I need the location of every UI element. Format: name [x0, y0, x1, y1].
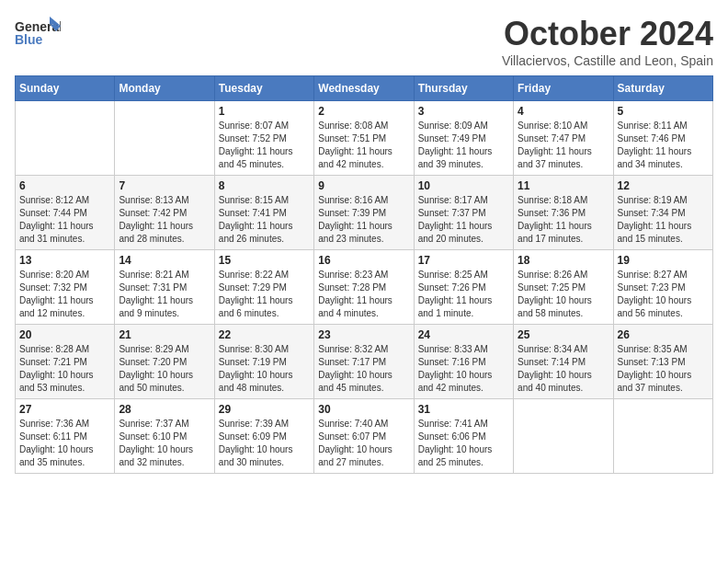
calendar-cell: 21Sunrise: 8:29 AM Sunset: 7:20 PM Dayli… — [115, 325, 214, 399]
day-detail: Sunrise: 8:25 AM Sunset: 7:26 PM Dayligh… — [418, 269, 509, 320]
day-number: 16 — [318, 254, 409, 267]
day-number: 20 — [19, 328, 110, 341]
calendar-cell: 15Sunrise: 8:22 AM Sunset: 7:29 PM Dayli… — [214, 250, 313, 325]
day-detail: Sunrise: 8:07 AM Sunset: 7:52 PM Dayligh… — [219, 120, 310, 171]
day-number: 27 — [19, 403, 110, 416]
calendar-body: 1Sunrise: 8:07 AM Sunset: 7:52 PM Daylig… — [16, 101, 713, 474]
calendar-week-row: 6Sunrise: 8:12 AM Sunset: 7:44 PM Daylig… — [16, 176, 713, 250]
calendar-cell — [514, 399, 613, 474]
day-number: 10 — [418, 179, 509, 192]
day-number: 15 — [219, 254, 310, 267]
day-number: 31 — [418, 403, 509, 416]
calendar-cell: 30Sunrise: 7:40 AM Sunset: 6:07 PM Dayli… — [314, 399, 414, 474]
calendar-cell: 11Sunrise: 8:18 AM Sunset: 7:36 PM Dayli… — [514, 176, 613, 250]
calendar-week-row: 27Sunrise: 7:36 AM Sunset: 6:11 PM Dayli… — [16, 399, 713, 474]
day-detail: Sunrise: 8:30 AM Sunset: 7:19 PM Dayligh… — [219, 343, 310, 395]
day-number: 4 — [518, 105, 609, 118]
calendar-cell: 18Sunrise: 8:26 AM Sunset: 7:25 PM Dayli… — [514, 250, 613, 325]
calendar-cell: 19Sunrise: 8:27 AM Sunset: 7:23 PM Dayli… — [613, 250, 712, 325]
day-number: 22 — [219, 328, 310, 341]
calendar-cell: 14Sunrise: 8:21 AM Sunset: 7:31 PM Dayli… — [115, 250, 214, 325]
day-number: 19 — [618, 254, 709, 267]
day-number: 12 — [618, 179, 709, 192]
day-detail: Sunrise: 8:20 AM Sunset: 7:32 PM Dayligh… — [19, 269, 110, 320]
calendar-cell: 8Sunrise: 8:15 AM Sunset: 7:41 PM Daylig… — [214, 176, 313, 250]
day-number: 28 — [119, 403, 210, 416]
calendar-cell: 13Sunrise: 8:20 AM Sunset: 7:32 PM Dayli… — [16, 250, 115, 325]
day-detail: Sunrise: 8:26 AM Sunset: 7:25 PM Dayligh… — [518, 269, 609, 320]
day-detail: Sunrise: 8:17 AM Sunset: 7:37 PM Dayligh… — [418, 194, 509, 246]
calendar-cell: 17Sunrise: 8:25 AM Sunset: 7:26 PM Dayli… — [414, 250, 513, 325]
calendar-cell: 28Sunrise: 7:37 AM Sunset: 6:10 PM Dayli… — [115, 399, 214, 474]
day-detail: Sunrise: 8:16 AM Sunset: 7:39 PM Dayligh… — [318, 194, 409, 246]
calendar-cell: 7Sunrise: 8:13 AM Sunset: 7:42 PM Daylig… — [115, 176, 214, 250]
day-detail: Sunrise: 7:40 AM Sunset: 6:07 PM Dayligh… — [318, 418, 409, 469]
day-number: 3 — [418, 105, 509, 118]
calendar-cell: 1Sunrise: 8:07 AM Sunset: 7:52 PM Daylig… — [214, 101, 313, 176]
day-number: 29 — [219, 403, 310, 416]
calendar-cell: 10Sunrise: 8:17 AM Sunset: 7:37 PM Dayli… — [414, 176, 513, 250]
calendar-cell: 9Sunrise: 8:16 AM Sunset: 7:39 PM Daylig… — [314, 176, 414, 250]
day-number: 6 — [19, 179, 110, 192]
calendar-cell: 20Sunrise: 8:28 AM Sunset: 7:21 PM Dayli… — [16, 325, 115, 399]
day-detail: Sunrise: 8:29 AM Sunset: 7:20 PM Dayligh… — [119, 343, 210, 395]
day-number: 26 — [618, 328, 709, 341]
day-detail: Sunrise: 8:13 AM Sunset: 7:42 PM Dayligh… — [119, 194, 210, 246]
day-detail: Sunrise: 8:35 AM Sunset: 7:13 PM Dayligh… — [618, 343, 709, 395]
page-header: General Blue October 2024 Villaciervos, … — [15, 15, 713, 68]
calendar-cell: 6Sunrise: 8:12 AM Sunset: 7:44 PM Daylig… — [16, 176, 115, 250]
day-detail: Sunrise: 8:34 AM Sunset: 7:14 PM Dayligh… — [518, 343, 609, 395]
day-detail: Sunrise: 8:11 AM Sunset: 7:46 PM Dayligh… — [618, 120, 709, 171]
day-detail: Sunrise: 8:23 AM Sunset: 7:28 PM Dayligh… — [318, 269, 409, 320]
calendar-cell: 26Sunrise: 8:35 AM Sunset: 7:13 PM Dayli… — [613, 325, 712, 399]
day-detail: Sunrise: 8:21 AM Sunset: 7:31 PM Dayligh… — [119, 269, 210, 320]
weekday-header: Friday — [514, 76, 613, 101]
day-detail: Sunrise: 8:08 AM Sunset: 7:51 PM Dayligh… — [318, 120, 409, 171]
day-detail: Sunrise: 8:12 AM Sunset: 7:44 PM Dayligh… — [19, 194, 110, 246]
calendar-week-row: 20Sunrise: 8:28 AM Sunset: 7:21 PM Dayli… — [16, 325, 713, 399]
logo: General Blue — [15, 15, 61, 52]
calendar-cell — [613, 399, 712, 474]
day-number: 25 — [518, 328, 609, 341]
day-number: 1 — [219, 105, 310, 118]
calendar-cell: 5Sunrise: 8:11 AM Sunset: 7:46 PM Daylig… — [613, 101, 712, 176]
day-number: 18 — [518, 254, 609, 267]
calendar-cell: 27Sunrise: 7:36 AM Sunset: 6:11 PM Dayli… — [16, 399, 115, 474]
day-number: 21 — [119, 328, 210, 341]
day-number: 14 — [119, 254, 210, 267]
day-detail: Sunrise: 7:36 AM Sunset: 6:11 PM Dayligh… — [19, 418, 110, 469]
calendar-cell — [115, 101, 214, 176]
calendar-cell: 29Sunrise: 7:39 AM Sunset: 6:09 PM Dayli… — [214, 399, 313, 474]
weekday-header: Tuesday — [214, 76, 313, 101]
day-detail: Sunrise: 7:41 AM Sunset: 6:06 PM Dayligh… — [418, 418, 509, 469]
calendar-cell: 31Sunrise: 7:41 AM Sunset: 6:06 PM Dayli… — [414, 399, 513, 474]
calendar-week-row: 13Sunrise: 8:20 AM Sunset: 7:32 PM Dayli… — [16, 250, 713, 325]
day-detail: Sunrise: 8:28 AM Sunset: 7:21 PM Dayligh… — [19, 343, 110, 395]
svg-text:Blue: Blue — [15, 32, 43, 47]
day-number: 30 — [318, 403, 409, 416]
calendar-cell — [16, 101, 115, 176]
weekday-header: Sunday — [16, 76, 115, 101]
day-detail: Sunrise: 8:18 AM Sunset: 7:36 PM Dayligh… — [518, 194, 609, 246]
day-detail: Sunrise: 8:22 AM Sunset: 7:29 PM Dayligh… — [219, 269, 310, 320]
calendar-cell: 2Sunrise: 8:08 AM Sunset: 7:51 PM Daylig… — [314, 101, 414, 176]
calendar-cell: 3Sunrise: 8:09 AM Sunset: 7:49 PM Daylig… — [414, 101, 513, 176]
weekday-header: Monday — [115, 76, 214, 101]
day-number: 2 — [318, 105, 409, 118]
day-number: 5 — [618, 105, 709, 118]
weekday-header: Saturday — [613, 76, 712, 101]
day-detail: Sunrise: 7:37 AM Sunset: 6:10 PM Dayligh… — [119, 418, 210, 469]
day-number: 9 — [318, 179, 409, 192]
day-detail: Sunrise: 8:10 AM Sunset: 7:47 PM Dayligh… — [518, 120, 609, 171]
day-number: 24 — [418, 328, 509, 341]
day-detail: Sunrise: 8:27 AM Sunset: 7:23 PM Dayligh… — [618, 269, 709, 320]
day-detail: Sunrise: 8:09 AM Sunset: 7:49 PM Dayligh… — [418, 120, 509, 171]
day-detail: Sunrise: 8:32 AM Sunset: 7:17 PM Dayligh… — [318, 343, 409, 395]
day-number: 11 — [518, 179, 609, 192]
title-block: October 2024 Villaciervos, Castille and … — [502, 15, 713, 68]
month-title: October 2024 — [502, 15, 713, 53]
calendar-cell: 23Sunrise: 8:32 AM Sunset: 7:17 PM Dayli… — [314, 325, 414, 399]
day-number: 17 — [418, 254, 509, 267]
weekday-header-row: SundayMondayTuesdayWednesdayThursdayFrid… — [16, 76, 713, 101]
logo-icon: General Blue — [15, 15, 61, 52]
